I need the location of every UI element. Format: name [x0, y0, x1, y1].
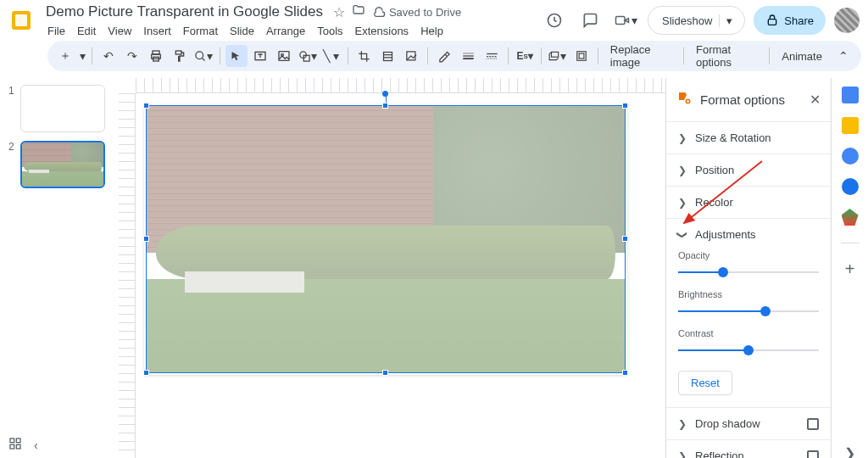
section-adjustments[interactable]: ❯ Adjustments [666, 219, 831, 250]
menu-insert[interactable]: Insert [138, 23, 176, 39]
star-icon[interactable]: ☆ [333, 4, 345, 20]
print-button[interactable] [145, 45, 167, 67]
ruler-vertical[interactable] [119, 93, 136, 458]
mask-button[interactable] [376, 45, 398, 67]
section-size-rotation[interactable]: ❯ Size & Rotation [666, 122, 831, 154]
replace-image-button[interactable]: Replace image [604, 43, 678, 69]
slideshow-button[interactable]: Slideshow ▾ [648, 6, 745, 35]
section-recolor[interactable]: ❯ Recolor [666, 187, 831, 218]
save-status[interactable]: Saved to Drive [372, 5, 461, 19]
contacts-addon-icon[interactable] [842, 178, 859, 195]
animate-button[interactable]: Animate [775, 50, 829, 63]
menu-view[interactable]: View [103, 23, 136, 39]
resize-handle-tl[interactable] [143, 103, 149, 109]
history-icon[interactable] [541, 7, 568, 34]
menu-format[interactable]: Format [178, 23, 223, 39]
ruler-horizontal[interactable] [136, 78, 665, 93]
resize-handle-br[interactable] [622, 370, 628, 376]
brightness-label: Brightness [678, 289, 819, 299]
menu-arrange[interactable]: Arrange [261, 23, 310, 39]
svg-rect-30 [10, 444, 14, 449]
selected-image[interactable] [146, 105, 626, 373]
move-folder-icon[interactable] [352, 3, 365, 20]
opacity-slider-thumb[interactable] [718, 267, 728, 277]
line-tool[interactable]: ╲ ▾ [320, 45, 342, 67]
resize-handle-tm[interactable] [382, 103, 388, 109]
border-weight-button[interactable] [457, 45, 479, 67]
section-reflection[interactable]: ❯ Reflection [666, 440, 831, 458]
menu-extensions[interactable]: Extensions [350, 23, 415, 39]
resize-handle-bm[interactable] [382, 370, 388, 376]
reset-image-button[interactable] [400, 45, 422, 67]
slide-canvas[interactable] [144, 103, 627, 375]
get-addons-icon[interactable]: + [842, 260, 859, 277]
panel-title: Format options [700, 92, 801, 107]
select-tool[interactable] [225, 45, 248, 67]
menu-edit[interactable]: Edit [72, 23, 101, 39]
slideshow-dropdown[interactable]: ▾ [719, 14, 739, 27]
crop-mode-button[interactable]: ▾ [547, 45, 569, 67]
close-icon[interactable]: ✕ [810, 92, 821, 108]
textbox-tool[interactable] [249, 45, 271, 67]
section-drop-shadow[interactable]: ❯ Drop shadow [666, 408, 831, 439]
resize-handle-tr[interactable] [622, 103, 628, 109]
collapse-filmstrip-icon[interactable]: ‹ [34, 438, 38, 452]
menu-bar: File Edit View Insert Format Slide Arran… [42, 23, 532, 39]
tasks-addon-icon[interactable] [842, 148, 859, 165]
svg-rect-28 [10, 438, 14, 443]
slide-thumb-2[interactable]: 2 [8, 141, 110, 188]
app-logo[interactable] [8, 8, 34, 33]
side-rail: + ❯ [831, 78, 868, 458]
collapse-toolbar-button[interactable]: ⌃ [832, 45, 854, 67]
brightness-slider[interactable] [678, 306, 819, 316]
grid-view-icon[interactable] [8, 437, 22, 453]
shape-tool[interactable]: ▾ [297, 45, 319, 67]
slide-number: 2 [8, 141, 15, 188]
drop-shadow-checkbox[interactable] [807, 418, 819, 430]
menu-slide[interactable]: Slide [225, 23, 259, 39]
resize-handle-mr[interactable] [622, 236, 628, 242]
paint-format-button[interactable] [169, 45, 191, 67]
redo-button[interactable]: ↷ [121, 45, 143, 67]
zoom-button[interactable]: ▾ [192, 45, 214, 67]
document-title[interactable]: Demo Picture Transparent in Google Slide… [42, 2, 326, 22]
brightness-slider-thumb[interactable] [760, 306, 771, 316]
menu-help[interactable]: Help [415, 23, 448, 39]
calendar-addon-icon[interactable] [842, 87, 859, 103]
reset-button[interactable]: Reset [678, 371, 732, 395]
contrast-label: Contrast [678, 328, 819, 338]
account-avatar[interactable] [834, 8, 860, 33]
canvas-area[interactable] [119, 78, 665, 458]
hide-rail-icon[interactable]: ❯ [842, 444, 859, 458]
format-options-button[interactable]: Format options [689, 43, 764, 69]
border-color-button[interactable] [433, 45, 455, 67]
chevron-right-icon: ❯ [678, 197, 687, 209]
maps-addon-icon[interactable] [842, 209, 859, 226]
opacity-slider[interactable] [678, 267, 819, 277]
svg-rect-11 [279, 52, 289, 61]
keep-addon-icon[interactable] [842, 117, 859, 134]
position-button[interactable] [570, 45, 593, 67]
reflection-checkbox[interactable] [807, 450, 819, 459]
menu-file[interactable]: File [42, 23, 70, 39]
rotation-handle[interactable] [382, 91, 388, 97]
new-slide-button[interactable]: ＋ [54, 45, 76, 67]
contrast-slider[interactable] [678, 345, 819, 355]
effects-button[interactable]: ES ▾ [514, 45, 536, 67]
resize-handle-ml[interactable] [143, 236, 149, 242]
share-button[interactable]: Share [754, 6, 826, 35]
border-dash-button[interactable] [481, 45, 503, 67]
resize-handle-bl[interactable] [143, 370, 149, 376]
comment-icon[interactable] [576, 7, 604, 34]
new-slide-dropdown[interactable]: ▾ [78, 45, 86, 67]
image-tool[interactable] [273, 45, 295, 67]
svg-rect-4 [769, 20, 776, 25]
undo-button[interactable]: ↶ [97, 45, 120, 67]
crop-button[interactable] [353, 45, 375, 67]
slide-thumb-1[interactable]: 1 [8, 85, 110, 132]
contrast-slider-thumb[interactable] [743, 345, 754, 355]
meet-icon[interactable]: ▾ [612, 7, 639, 34]
section-position[interactable]: ❯ Position [666, 154, 831, 186]
save-status-text: Saved to Drive [389, 6, 461, 19]
menu-tools[interactable]: Tools [312, 23, 348, 39]
